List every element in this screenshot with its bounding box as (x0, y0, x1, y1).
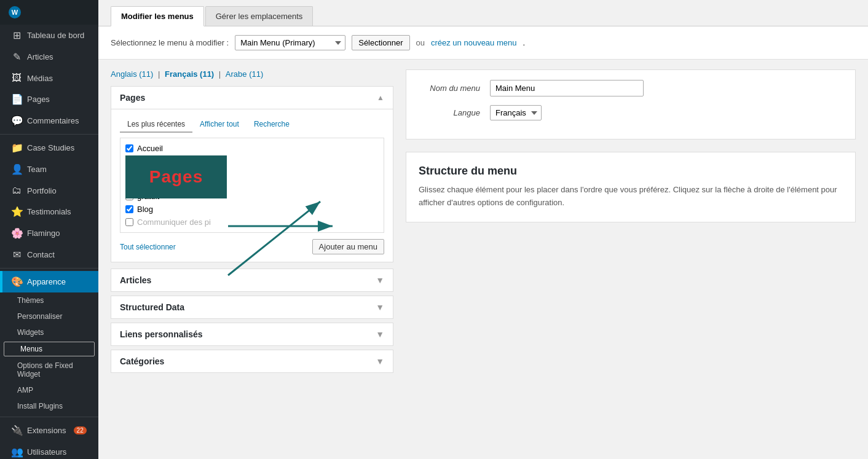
dashboard-icon: ⊞ (11, 29, 22, 41)
sidebar-item-team[interactable]: 👤 Team (0, 159, 98, 180)
nom-du-menu-label: Nom du menu (419, 84, 480, 93)
categories-arrow-icon: ▼ (376, 356, 384, 366)
sidebar-item-portfolio[interactable]: 🗂 Portfolio (0, 180, 98, 201)
liens-title: Liens personnalisés (120, 329, 203, 339)
categories-accordion[interactable]: Catégories ▼ (111, 350, 393, 373)
langue-row: Langue Français (419, 105, 843, 120)
period: . (523, 38, 525, 47)
flamingo-icon: 🌸 (11, 227, 22, 239)
articles-icon: ✎ (11, 51, 22, 63)
pages-highlight-text: Pages (149, 167, 203, 187)
liens-accordion[interactable]: Liens personnalisés ▼ (111, 323, 393, 346)
right-column: Nom du menu Langue Français Structure du… (406, 69, 856, 377)
langue-label: Langue (419, 108, 480, 117)
pages-actions-row: Tout sélectionner Ajouter au menu (120, 239, 384, 254)
checkbox-blog[interactable] (125, 205, 133, 213)
sidebar-logo: W (0, 0, 98, 25)
team-icon: 👤 (11, 163, 22, 175)
langue-select[interactable]: Français (490, 105, 542, 120)
lang-arabe[interactable]: Arabe (11) (226, 69, 263, 79)
tab-gerer-emplacements[interactable]: Gérer les emplacements (205, 6, 314, 26)
pages-icon: 📄 (11, 93, 22, 105)
tab-afficher-tout[interactable]: Afficher tout (192, 117, 247, 133)
articles-accordion[interactable]: Articles ▼ (111, 269, 393, 292)
tab-recentes[interactable]: Les plus récentes (120, 117, 192, 133)
pages-highlight-box: Pages (125, 155, 227, 198)
pages-accordion: Pages ▲ Les plus récentes Afficher tout … (111, 86, 393, 262)
sidebar-item-case-studies[interactable]: 📁 Case Studies (0, 137, 98, 159)
checkbox-accueil[interactable] (125, 144, 133, 152)
categories-title: Catégories (120, 356, 164, 366)
divider3 (0, 417, 98, 417)
pages-accordion-title: Pages (120, 93, 145, 103)
sidebar-item-apparence[interactable]: 🎨 Apparence (0, 271, 98, 292)
sidebar-sub-menus[interactable]: Menus (4, 342, 95, 356)
sidebar-item-flamingo[interactable]: 🌸 Flamingo (0, 222, 98, 244)
structured-arrow-icon: ▼ (376, 302, 384, 312)
sidebar-item-testimonials[interactable]: ⭐ Testimonials (0, 201, 98, 222)
structured-title: Structured Data (120, 302, 184, 312)
page-item-communiquer: Communiquer des pistes (120, 216, 384, 229)
sidebar-sub-personnaliser[interactable]: Personnaliser (0, 308, 98, 324)
add-to-menu-button[interactable]: Ajouter au menu (312, 239, 384, 254)
sidebar-item-articles[interactable]: ✎ Articles (0, 46, 98, 68)
structure-section: Structure du menu Glissez chaque élément… (406, 152, 856, 222)
lang-sep1: | (158, 69, 162, 79)
or-text: ou (416, 38, 425, 47)
page-label-blog: Blog (137, 205, 153, 214)
sidebar-item-extensions[interactable]: 🔌 Extensions 22 (0, 420, 98, 441)
sidebar-item-utilisateurs[interactable]: 👥 Utilisateurs (0, 441, 98, 459)
sidebar-item-contact[interactable]: ✉ Contact (0, 244, 98, 265)
extensions-badge: 22 (74, 426, 87, 434)
sidebar-item-medias[interactable]: 🖼 Médias (0, 68, 98, 88)
structure-title: Structure du menu (419, 165, 843, 178)
checkbox-communiquer[interactable] (125, 218, 133, 226)
pages-accordion-body: Les plus récentes Afficher tout Recherch… (111, 109, 393, 262)
pages-inner-tabs: Les plus récentes Afficher tout Recherch… (120, 117, 384, 133)
select-all-link[interactable]: Tout sélectionner (120, 243, 176, 251)
sidebar-sub-widgets[interactable]: Widgets (0, 324, 98, 340)
articles-arrow-icon: ▼ (376, 275, 384, 285)
structured-data-accordion[interactable]: Structured Data ▼ (111, 296, 393, 319)
testimonials-icon: ⭐ (11, 206, 22, 218)
sidebar-item-pages[interactable]: 📄 Pages (0, 88, 98, 110)
contact-icon: ✉ (11, 249, 22, 261)
page-label-communiquer: Communiquer des pistes (137, 218, 211, 227)
users-icon: 👥 (11, 446, 22, 458)
divider (0, 134, 98, 135)
divider2 (0, 268, 98, 269)
portfolio-icon: 🗂 (11, 185, 22, 196)
filter-label: Sélectionnez le menu à modifier : (111, 38, 229, 47)
sidebar: W ⊞ Tableau de bord ✎ Articles 🖼 Médias … (0, 0, 98, 459)
sidebar-item-tableau[interactable]: ⊞ Tableau de bord (0, 25, 98, 46)
sidebar-item-commentaires[interactable]: 💬 Commentaires (0, 110, 98, 131)
wordpress-logo: W (9, 6, 21, 18)
lang-sep2: | (219, 69, 223, 79)
menu-settings-box: Nom du menu Langue Français (406, 69, 856, 139)
pages-arrow-icon: ▲ (377, 93, 384, 102)
nom-du-menu-row: Nom du menu (419, 80, 843, 96)
sidebar-sub-install-plugins[interactable]: Install Plugins (0, 398, 98, 414)
filter-row: Sélectionnez le menu à modifier : Main M… (98, 26, 868, 60)
nom-du-menu-input[interactable] (490, 80, 644, 96)
page-item-accueil: Accueil (120, 142, 384, 155)
lang-anglais[interactable]: Anglais (11) (111, 69, 153, 79)
liens-arrow-icon: ▼ (376, 329, 384, 339)
tab-modifier-menus[interactable]: Modifier les menus (111, 6, 204, 26)
articles-title: Articles (120, 275, 151, 285)
create-menu-link[interactable]: créez un nouveau menu (431, 38, 516, 47)
page-label-accueil: Accueil (137, 144, 163, 153)
menu-select[interactable]: Main Menu (Primary) (235, 35, 345, 50)
left-column: Anglais (11) | Français (11) | Arabe (11… (111, 69, 393, 377)
tab-recherche[interactable]: Recherche (247, 117, 297, 133)
sidebar-sub-amp[interactable]: AMP (0, 382, 98, 398)
lang-francais[interactable]: Français (11) (165, 69, 214, 79)
content-area: Anglais (11) | Français (11) | Arabe (11… (98, 60, 868, 386)
select-button[interactable]: Sélectionner (352, 35, 409, 50)
sidebar-sub-themes[interactable]: Thèmes (0, 292, 98, 308)
comments-icon: 💬 (11, 115, 22, 127)
sidebar-sub-fixed-widget[interactable]: Options de Fixed Widget (0, 358, 98, 382)
extensions-icon: 🔌 (11, 425, 22, 436)
pages-accordion-header[interactable]: Pages ▲ (111, 87, 393, 109)
tabs-bar: Modifier les menus Gérer les emplacement… (98, 0, 868, 26)
